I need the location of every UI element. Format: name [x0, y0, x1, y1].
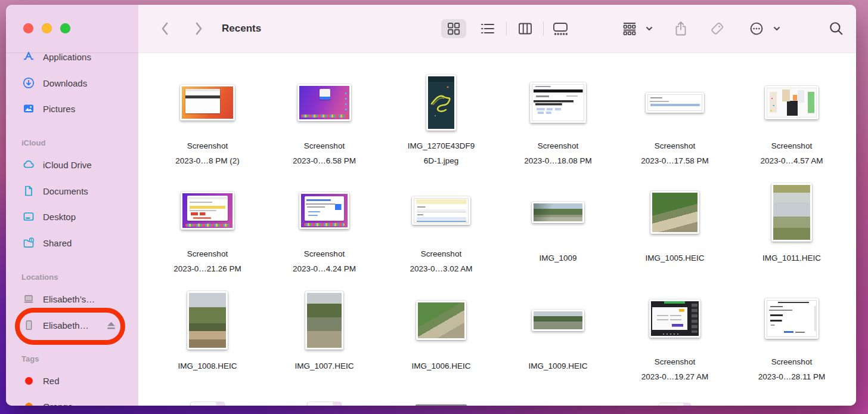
file-thumbnail — [181, 191, 234, 230]
sidebar-item-icloud-drive[interactable]: iCloud Drive — [6, 154, 138, 175]
sidebar-item-label: Shared — [43, 238, 72, 248]
sidebar-item-label: Applications — [43, 52, 91, 62]
file-thumbnail — [765, 298, 819, 339]
file-item[interactable]: IMG_1005.HEIC — [616, 168, 733, 276]
more-circle-icon — [749, 21, 764, 36]
image-thumbnail-partial — [416, 404, 467, 406]
chevron-down-icon — [646, 26, 653, 31]
more-actions-chevron[interactable] — [773, 26, 780, 31]
file-item[interactable]: IMG_1270E43DF96D-1.jpeg — [383, 60, 500, 168]
sidebar-item-iphone[interactable]: Elisabeth… — [6, 314, 138, 336]
sidebar-item-desktop[interactable]: Desktop — [6, 206, 138, 227]
gallery-view-icon — [552, 21, 569, 36]
column-view-button[interactable] — [517, 21, 533, 36]
close-button[interactable] — [23, 23, 33, 33]
file-thumbnail — [426, 75, 456, 131]
share-button[interactable] — [674, 20, 688, 37]
file-item[interactable]: Screenshot2023-0…4.24 PM — [266, 168, 383, 276]
file-item[interactable]: Screenshot2023-0…3.02 AM — [383, 168, 500, 276]
map-route-graphic — [428, 76, 454, 129]
sidebar-item-shared[interactable]: Shared — [6, 232, 138, 254]
orange-tag-icon — [22, 400, 35, 406]
back-button[interactable] — [159, 21, 171, 36]
file-item[interactable]: Screenshot2023-0…8 PM (2) — [149, 60, 266, 168]
shared-folder-icon — [22, 236, 35, 249]
finder-window: Applications Downloads Pictures iCloud — [6, 5, 856, 406]
desktop-icon — [22, 210, 35, 223]
document-file-icon — [308, 402, 341, 406]
sidebar-item-macbook[interactable]: Elisabeth’s… — [6, 288, 138, 310]
search-button[interactable] — [829, 21, 844, 36]
file-name: Screenshot2023-0…4.24 PM — [266, 246, 383, 276]
file-item-partial[interactable] — [149, 384, 266, 406]
file-thumbnail — [416, 301, 466, 340]
file-item[interactable]: IMG_1006.HEIC — [383, 276, 500, 384]
file-item[interactable]: Screenshot2023-0…6.58 PM — [266, 60, 383, 168]
sidebar-section-header-tags: Tags — [21, 352, 39, 365]
file-thumbnail — [771, 183, 812, 242]
grid-view-button[interactable] — [446, 21, 461, 36]
eject-icon[interactable] — [106, 314, 116, 336]
sidebar-item-label: Elisabeth’s… — [43, 294, 95, 304]
file-item[interactable]: Screenshot2023-0…19.27 AM — [616, 276, 733, 384]
document-icon — [22, 184, 35, 197]
sidebar-item-pictures[interactable]: Pictures — [6, 98, 138, 119]
file-thumbnail — [765, 86, 819, 119]
photo-icon — [22, 102, 35, 115]
sidebar-item-downloads[interactable]: Downloads — [6, 72, 138, 94]
file-thumbnail — [530, 82, 586, 123]
sidebar-item-label: Red — [43, 376, 60, 386]
file-item-partial[interactable] — [616, 384, 733, 406]
file-item[interactable]: IMG_1008.HEIC — [149, 276, 266, 384]
minimize-button[interactable] — [42, 23, 52, 33]
sidebar-item-label: iCloud Drive — [43, 160, 92, 170]
file-name: Screenshot2023-0…21.26 PM — [149, 246, 266, 276]
tag-button[interactable] — [709, 21, 725, 36]
file-browser-content[interactable]: Screenshot2023-0…8 PM (2) Screenshot2023… — [138, 53, 856, 406]
sidebar-item-label: Desktop — [43, 212, 76, 222]
file-name: Screenshot2023-0…17.58 PM — [616, 138, 733, 168]
file-item[interactable]: IMG_1007.HEIC — [266, 276, 383, 384]
file-name: Screenshot2023-0…28.11 PM — [733, 354, 850, 384]
forward-button[interactable] — [193, 21, 204, 36]
sidebar-item-tag-orange[interactable]: Orange — [6, 396, 138, 406]
file-item[interactable]: Screenshot2023-0…17.58 PM — [616, 60, 733, 168]
sidebar-item-label: Downloads — [43, 78, 87, 88]
file-item[interactable]: Screenshot2023-0…21.26 PM — [149, 168, 266, 276]
list-view-button[interactable] — [480, 21, 495, 36]
file-item[interactable]: IMG_1009.HEIC — [500, 276, 616, 384]
sidebar-item-documents[interactable]: Documents — [6, 180, 138, 202]
file-name: Screenshot2023-0…8 PM (2) — [149, 138, 266, 168]
sidebar-item-label: Pictures — [43, 104, 75, 114]
gallery-view-button[interactable] — [552, 21, 569, 36]
file-item[interactable]: IMG_1009 — [500, 168, 616, 276]
file-item[interactable]: Screenshot2023-0…4.57 AM — [733, 60, 850, 168]
file-thumbnail — [646, 92, 704, 113]
file-item[interactable]: Screenshot2023-0…28.11 PM — [733, 276, 850, 384]
sidebar-section-header-locations: Locations — [21, 270, 58, 283]
file-item[interactable]: IMG_1011.HEIC — [733, 168, 850, 276]
group-by-chevron[interactable] — [646, 26, 653, 31]
search-icon — [829, 21, 844, 36]
file-name: IMG_1008.HEIC — [149, 359, 266, 373]
file-name: IMG_1006.HEIC — [383, 359, 500, 373]
file-name: Screenshot2023-0…6.58 PM — [266, 138, 383, 168]
zoom-button[interactable] — [60, 23, 70, 33]
sidebar: Applications Downloads Pictures iCloud — [6, 5, 138, 406]
desktop-wallpaper: Applications Downloads Pictures iCloud — [0, 0, 868, 414]
file-item-partial[interactable] — [266, 384, 383, 406]
toolbar-divider — [543, 21, 544, 36]
file-thumbnail — [297, 84, 351, 121]
file-thumbnail — [649, 299, 700, 338]
tag-icon — [709, 21, 725, 36]
sidebar-item-applications[interactable]: Applications — [6, 46, 138, 67]
more-actions-button[interactable] — [749, 21, 764, 36]
file-name: Screenshot2023-0…18.08 PM — [500, 138, 616, 168]
file-item-partial[interactable] — [383, 384, 500, 406]
file-item[interactable]: Screenshot2023-0…18.08 PM — [500, 60, 616, 168]
toolbar-bottom-divider — [6, 52, 856, 53]
group-by-button[interactable] — [621, 21, 638, 36]
file-name: Screenshot2023-0…3.02 AM — [383, 246, 500, 276]
sidebar-section-header-icloud: iCloud — [21, 136, 45, 149]
sidebar-item-tag-red[interactable]: Red — [6, 370, 138, 391]
